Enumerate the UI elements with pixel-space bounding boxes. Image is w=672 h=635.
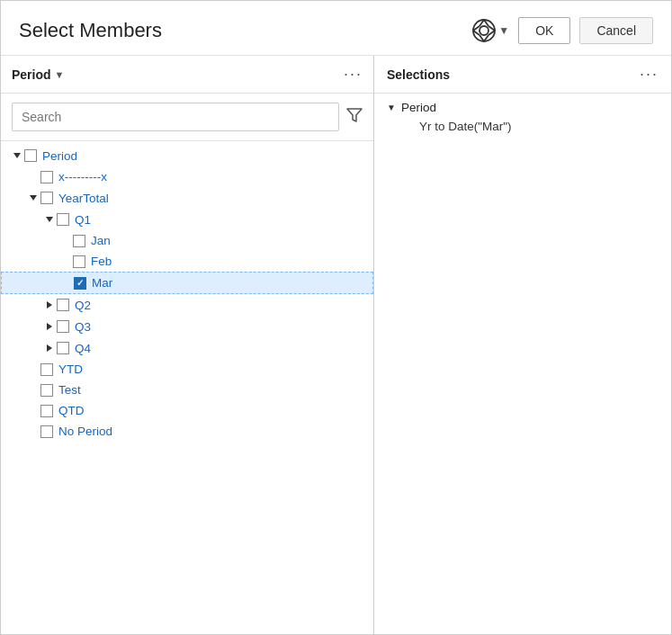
filter-icon[interactable]	[346, 107, 363, 127]
tree-item-label: Q4	[75, 342, 91, 355]
tree-item-label: Jan	[91, 234, 111, 247]
tree-item-checkbox[interactable]	[74, 277, 86, 290]
tree-area: Periodx---------xYearTotalQ1JanFebMarQ2Q…	[1, 141, 373, 634]
selection-group-triangle: ▼	[387, 103, 396, 112]
tree-item[interactable]: QTD	[1, 400, 373, 421]
tree-item-label: x---------x	[58, 170, 107, 183]
tree-item-label: Q3	[75, 320, 91, 334]
tree-item-label: Q1	[75, 213, 91, 227]
selection-item: Yr to Date("Mar")	[387, 120, 659, 133]
expand-button[interactable]	[26, 191, 40, 205]
tree-item[interactable]: No Period	[1, 421, 373, 442]
tree-item[interactable]: Mar	[1, 272, 373, 294]
svg-marker-11	[13, 153, 21, 158]
expand-button[interactable]	[42, 298, 57, 312]
svg-marker-14	[47, 301, 52, 309]
svg-marker-16	[47, 344, 52, 352]
tree-item[interactable]: Q4	[1, 337, 373, 359]
tree-item-label: Feb	[91, 255, 112, 268]
tree-item-label: Q2	[75, 299, 91, 312]
dialog-body: Period ▼ ··· Periodx---------xYearTotalQ…	[1, 56, 671, 634]
tree-item-label: YearTotal	[58, 192, 109, 205]
svg-marker-13	[46, 217, 53, 222]
expand-button[interactable]	[42, 319, 57, 334]
selection-group-header: ▼ Period	[387, 101, 659, 114]
right-panel-title: Selections	[387, 67, 450, 82]
expand-button[interactable]	[42, 212, 57, 227]
search-row	[1, 94, 373, 141]
help-dropdown-arrow[interactable]: ▼	[498, 24, 509, 37]
svg-marker-12	[30, 195, 37, 201]
tree-item[interactable]: Test	[1, 380, 373, 400]
expand-button[interactable]	[42, 341, 57, 355]
tree-item-checkbox[interactable]	[40, 363, 53, 376]
expand-button[interactable]	[10, 148, 24, 163]
tree-item-checkbox[interactable]	[57, 342, 69, 354]
right-panel-more-button[interactable]: ···	[640, 65, 659, 84]
tree-item[interactable]: Q1	[1, 209, 373, 230]
tree-item-checkbox[interactable]	[40, 405, 53, 417]
tree-item-checkbox[interactable]	[40, 171, 53, 183]
left-panel: Period ▼ ··· Periodx---------xYearTotalQ…	[1, 56, 374, 634]
tree-item-checkbox[interactable]	[40, 425, 53, 438]
search-input[interactable]	[12, 103, 339, 131]
tree-item[interactable]: YearTotal	[1, 187, 373, 209]
help-icon	[471, 18, 497, 43]
left-panel-more-button[interactable]: ···	[344, 65, 363, 84]
dialog: Select Members ▼ OK Canc	[0, 0, 672, 635]
cancel-button[interactable]: Cancel	[579, 17, 653, 44]
tree-item[interactable]: Feb	[1, 251, 373, 272]
tree-item[interactable]: Jan	[1, 230, 373, 251]
tree-item-checkbox[interactable]	[40, 192, 53, 204]
dialog-header: Select Members ▼ OK Canc	[1, 1, 671, 56]
left-panel-title-group: Period ▼	[12, 67, 64, 82]
svg-marker-10	[347, 109, 362, 121]
selection-group-label: Period	[401, 101, 436, 114]
svg-point-0	[473, 20, 495, 41]
tree-item[interactable]: YTD	[1, 359, 373, 380]
tree-item-label: Mar	[92, 276, 112, 290]
tree-item[interactable]: Q3	[1, 316, 373, 337]
left-panel-header: Period ▼ ···	[1, 56, 373, 94]
header-actions: ▼ OK Cancel	[471, 17, 653, 44]
tree-item-checkbox[interactable]	[57, 299, 69, 311]
tree-item-label: YTD	[58, 362, 83, 376]
tree-item[interactable]: x---------x	[1, 166, 373, 187]
tree-item-checkbox[interactable]	[40, 384, 53, 397]
svg-point-1	[479, 26, 488, 35]
right-panel-header: Selections ···	[374, 56, 671, 94]
tree-item-checkbox[interactable]	[57, 320, 69, 333]
tree-item[interactable]: Period	[1, 145, 373, 166]
selections-area: ▼ Period Yr to Date("Mar")	[374, 94, 671, 634]
tree-item-checkbox[interactable]	[57, 213, 69, 226]
tree-item-checkbox[interactable]	[73, 255, 85, 268]
tree-item-label: Period	[42, 149, 77, 163]
tree-item-label: No Period	[58, 425, 112, 438]
tree-item-checkbox[interactable]	[24, 149, 37, 162]
help-icon-wrapper[interactable]: ▼	[471, 18, 509, 43]
svg-marker-15	[47, 323, 52, 330]
left-panel-title: Period	[12, 67, 51, 82]
right-panel: Selections ··· ▼ Period Yr to Date("Mar"…	[374, 56, 671, 634]
dialog-title: Select Members	[19, 19, 162, 42]
period-dropdown-arrow[interactable]: ▼	[55, 69, 65, 80]
ok-button[interactable]: OK	[518, 17, 570, 44]
tree-item[interactable]: Q2	[1, 294, 373, 316]
tree-item-label: QTD	[58, 404, 85, 417]
tree-item-label: Test	[58, 383, 81, 397]
tree-item-checkbox[interactable]	[73, 235, 85, 247]
